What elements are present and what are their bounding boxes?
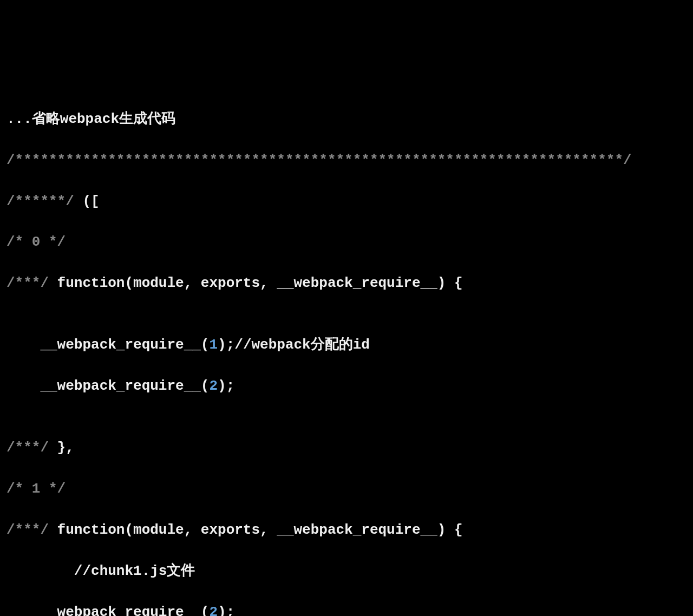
code-text: __webpack_require__(: [6, 604, 209, 616]
comment-chunk1: //chunk1.js文件: [6, 563, 195, 579]
number-literal: 2: [209, 604, 218, 616]
function-declaration: function(module, exports, __webpack_requ…: [49, 522, 463, 538]
comment-marker: /***/: [6, 522, 49, 538]
comment-marker: /***/: [6, 440, 49, 456]
code-text: __webpack_require__(: [6, 378, 209, 394]
number-literal: 2: [209, 378, 218, 394]
code-text: );: [218, 604, 234, 616]
code-block: ...省略webpack生成代码 /**********************…: [6, 89, 687, 616]
function-declaration: function(module, exports, __webpack_requ…: [49, 275, 463, 291]
comment-index-1: /* 1 */: [6, 481, 66, 497]
code-text: ([: [74, 193, 100, 209]
code-text: );: [218, 378, 234, 394]
code-text: );//webpack分配的id: [218, 337, 370, 353]
code-text: __webpack_require__(: [6, 337, 209, 353]
comment-index-0: /* 0 */: [6, 234, 66, 250]
ellipsis: ...: [6, 111, 32, 127]
comment-separator: /***************************************…: [6, 152, 632, 168]
comment-marker: /***/: [6, 275, 49, 291]
title-text: 省略webpack生成代码: [32, 111, 175, 127]
number-literal: 1: [209, 337, 218, 353]
code-text: },: [49, 440, 74, 456]
comment-marker: /******/: [6, 193, 74, 209]
